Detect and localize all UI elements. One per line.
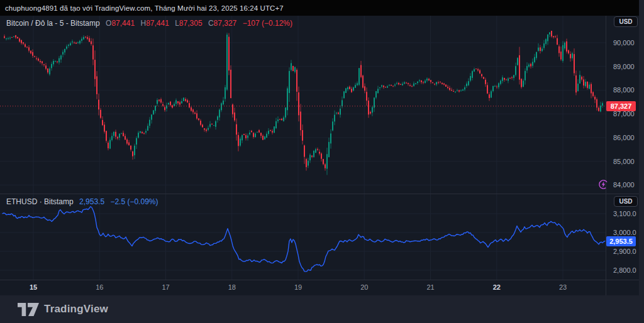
eth-symbol-title: ETHUSD · Bitstamp — [6, 197, 74, 206]
currency-toggle-btc[interactable]: USD — [614, 16, 638, 27]
price-tick-label: 86,000 — [613, 133, 635, 142]
price-tick-label: 84,000 — [613, 180, 635, 189]
price-tick-label: 88,000 — [613, 85, 635, 94]
ohlc-open-label: O — [106, 19, 111, 28]
chart-canvas[interactable] — [0, 16, 639, 295]
price-tick-label: 2,900.0 — [613, 247, 636, 256]
footer-bar: TradingView — [0, 295, 644, 323]
time-axis-label: 19 — [294, 283, 302, 291]
time-axis-label: 17 — [162, 283, 169, 291]
time-axis-label: 18 — [228, 283, 236, 291]
chart-area[interactable]: Bitcoin / Đô la - 5 - Bitstamp O87,441 H… — [0, 16, 639, 295]
time-axis-label: 23 — [559, 283, 567, 291]
time-axis-label: 16 — [96, 283, 103, 291]
ohlc-high-label: H — [140, 19, 146, 28]
tradingview-logo-text: TradingView — [44, 303, 108, 315]
ohlc-close-label: C — [208, 19, 214, 28]
tradingview-logo[interactable]: TradingView — [18, 303, 108, 316]
time-axis-label: 15 — [30, 283, 37, 291]
price-tick-label: 90,000 — [613, 38, 635, 47]
time-axis-label: 21 — [426, 283, 434, 291]
tradingview-logo-icon — [18, 303, 39, 316]
lightning-icon[interactable] — [598, 179, 609, 190]
eth-last-price-tag: 2,953.5 — [606, 236, 636, 246]
ohlc-low-label: L — [175, 19, 179, 28]
price-tick-label: 3,000.0 — [613, 228, 636, 237]
ohlc-high-value: 87,441 — [146, 19, 169, 28]
time-axis[interactable]: 151617181920212223 — [0, 280, 606, 295]
btc-legend: Bitcoin / Đô la - 5 - Bitstamp O87,441 H… — [6, 19, 292, 28]
ohlc-close-value: 87,327 — [214, 19, 237, 28]
price-tick-label: 87,000 — [613, 109, 635, 118]
eth-last-value: 2,953.5 — [79, 197, 104, 206]
time-axis-label: 22 — [493, 283, 501, 291]
ohlc-low-value: 87,305 — [179, 19, 203, 28]
price-tick-label: 2,800.0 — [613, 266, 636, 275]
currency-toggle-eth[interactable]: USD — [614, 196, 638, 207]
btc-change: −107 (−0.12%) — [243, 19, 292, 28]
attribution-bar: chuphuong4891 đã tạo với TradingView.com… — [0, 0, 639, 16]
price-tick-label: 89,000 — [613, 62, 635, 71]
chart-snapshot: chuphuong4891 đã tạo với TradingView.com… — [0, 0, 639, 295]
price-tick-label: 85,000 — [613, 157, 635, 166]
price-axis[interactable]: USD USD 87,327 2,953.5 90,00089,00088,00… — [606, 16, 639, 295]
eth-legend: ETHUSD · Bitstamp 2,953.5 −2.5 (−0.09%) — [6, 197, 158, 206]
price-tick-label: 3,100.0 — [613, 209, 636, 218]
btc-symbol-title: Bitcoin / Đô la - 5 - Bitstamp — [6, 19, 100, 28]
time-axis-label: 20 — [360, 283, 368, 291]
attribution-text: chuphuong4891 đã tạo với TradingView.com… — [5, 4, 284, 12]
eth-change: −2.5 (−0.09%) — [110, 197, 158, 206]
ohlc-open-value: 87,441 — [111, 19, 135, 28]
